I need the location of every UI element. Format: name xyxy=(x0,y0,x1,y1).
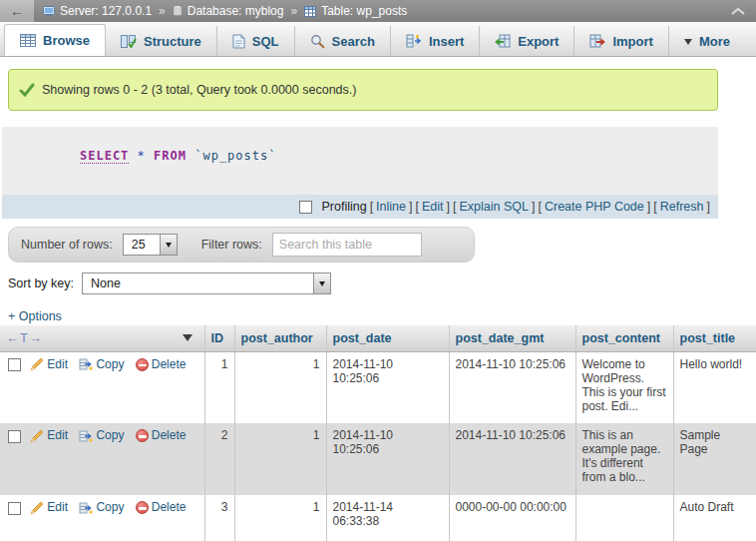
tab-search[interactable]: Search xyxy=(295,26,391,56)
tab-label: Browse xyxy=(43,33,90,48)
insert-icon xyxy=(406,34,422,48)
cell-post-author: 1 xyxy=(234,495,326,541)
copy-link[interactable]: Copy xyxy=(96,428,124,442)
cell-post-title: Hello world! xyxy=(673,351,756,423)
bracket: [ xyxy=(453,200,456,214)
sql-keyword-from: FROM xyxy=(154,149,187,163)
delete-link[interactable]: Delete xyxy=(152,357,187,371)
edit-link[interactable]: Edit xyxy=(47,357,68,371)
tab-label: Insert xyxy=(429,34,464,49)
cell-post-content: Welcome to WordPress. This is your first… xyxy=(575,351,673,423)
copy-icon xyxy=(79,357,93,371)
options-toggle-link[interactable]: + Options xyxy=(8,309,62,323)
cell-post-date: 2014-11-10 10:25:06 xyxy=(326,351,449,423)
pencil-icon xyxy=(30,429,44,443)
bracket: ] xyxy=(409,200,412,214)
breadcrumb-separator: » xyxy=(159,4,166,18)
breadcrumb-database[interactable]: Database: myblog xyxy=(188,4,284,18)
profiling-label: Profiling xyxy=(321,200,366,214)
sort-by-key-select[interactable]: None xyxy=(82,272,331,294)
number-of-rows-value: 25 xyxy=(124,235,160,255)
row-actions-cell: Edit Copy Delete xyxy=(0,351,204,423)
back-button[interactable]: ← xyxy=(0,0,34,22)
cell-id: 1 xyxy=(204,351,234,423)
tab-browse[interactable]: Browse xyxy=(4,24,106,56)
delete-icon xyxy=(136,501,149,514)
refresh-link[interactable]: Refresh xyxy=(660,200,704,214)
cell-post-author: 1 xyxy=(234,423,326,495)
tab-label: SQL xyxy=(252,34,279,49)
copy-icon xyxy=(79,501,93,515)
number-of-rows-label: Number of rows: xyxy=(21,238,113,252)
breadcrumb-server[interactable]: Server: 127.0.0.1 xyxy=(60,4,152,18)
cell-post-date: 2014-11-10 10:25:06 xyxy=(326,423,449,495)
tab-bar: Browse Structure SQL Search Insert Expor… xyxy=(0,22,756,57)
tab-export[interactable]: Export xyxy=(480,26,574,56)
copy-link[interactable]: Copy xyxy=(96,500,124,514)
breadcrumb-table[interactable]: Table: wp_posts xyxy=(321,4,407,18)
header-actions: ←T→ xyxy=(0,325,204,351)
inline-link[interactable]: Inline xyxy=(376,200,406,214)
row-checkbox[interactable] xyxy=(8,502,21,515)
tab-structure[interactable]: Structure xyxy=(106,26,217,56)
copy-icon xyxy=(79,429,93,443)
dropdown-arrow-icon xyxy=(160,235,177,255)
cell-post-date: 2014-11-14 06:33:38 xyxy=(326,495,449,541)
delete-link[interactable]: Delete xyxy=(152,500,187,514)
column-header-post-author[interactable]: post_author xyxy=(234,325,326,351)
tab-import[interactable]: Import xyxy=(574,26,668,56)
row-checkbox[interactable] xyxy=(8,358,21,371)
pencil-icon xyxy=(30,501,44,515)
sort-row: Sort by key: None xyxy=(8,270,756,296)
bracket: ] xyxy=(532,200,535,214)
bracket: [ xyxy=(370,200,373,214)
tab-more[interactable]: More xyxy=(669,26,745,56)
cell-post-content xyxy=(575,495,673,541)
cell-id: 3 xyxy=(204,495,234,541)
tab-insert[interactable]: Insert xyxy=(391,26,480,56)
sql-keyword-select[interactable]: SELECT xyxy=(80,149,129,164)
status-message: Showing rows 0 - 2 (3 total, Query took … xyxy=(8,69,718,111)
cell-post-author: 1 xyxy=(234,351,326,423)
tab-label: Search xyxy=(332,34,375,49)
column-header-post-content[interactable]: post_content xyxy=(575,325,673,351)
column-header-post-date-gmt[interactable]: post_date_gmt xyxy=(449,325,575,351)
sql-star: * xyxy=(138,149,146,163)
table-header-row: ←T→ ID post_author post_date post_date_g… xyxy=(0,325,756,351)
sql-table-identifier: `wp_posts` xyxy=(194,149,276,163)
table-row: Edit Copy Delete 1 1 2014-11-10 10:25:06… xyxy=(0,351,756,423)
database-icon xyxy=(173,5,183,17)
number-of-rows-select[interactable]: 25 xyxy=(123,234,178,256)
sort-options-toggle-icon[interactable] xyxy=(183,334,192,346)
cell-post-date-gmt: 2014-11-10 10:25:06 xyxy=(449,423,575,495)
explain-sql-link[interactable]: Explain SQL xyxy=(459,200,528,214)
column-header-id[interactable]: ID xyxy=(204,325,234,351)
cell-post-content: This is an example page. It's different … xyxy=(575,423,673,495)
profiling-checkbox[interactable] xyxy=(299,201,312,214)
copy-link[interactable]: Copy xyxy=(96,357,124,371)
sql-query-box: SELECT * FROM `wp_posts` Profiling [ Inl… xyxy=(2,127,718,219)
search-icon xyxy=(310,34,325,49)
tab-sql[interactable]: SQL xyxy=(217,26,295,56)
profiling-bar: Profiling [ Inline ] [ Edit ] [ Explain … xyxy=(2,195,718,219)
chevron-down-icon xyxy=(684,39,692,49)
column-header-post-title[interactable]: post_title xyxy=(673,325,756,351)
create-php-code-link[interactable]: Create PHP Code xyxy=(545,200,644,214)
pencil-icon xyxy=(30,357,44,371)
results-table: ←T→ ID post_author post_date post_date_g… xyxy=(0,325,756,541)
column-header-post-date[interactable]: post_date xyxy=(326,325,449,351)
row-checkbox[interactable] xyxy=(8,430,21,443)
edit-link[interactable]: Edit xyxy=(47,428,68,442)
edit-link[interactable]: Edit xyxy=(47,500,68,514)
cell-id: 2 xyxy=(204,423,234,495)
row-actions-cell: Edit Copy Delete xyxy=(0,495,204,541)
collapse-icon[interactable] xyxy=(726,5,750,18)
filter-rows-input[interactable] xyxy=(272,233,422,257)
row-actions-cell: Edit Copy Delete xyxy=(0,423,204,495)
structure-icon xyxy=(121,35,137,48)
column-order-arrows[interactable]: ←T→ xyxy=(6,330,43,345)
sort-by-key-label: Sort by key: xyxy=(8,276,74,290)
edit-query-link[interactable]: Edit xyxy=(422,200,444,214)
delete-link[interactable]: Delete xyxy=(152,428,187,442)
sql-query-text: SELECT * FROM `wp_posts` xyxy=(2,127,718,195)
